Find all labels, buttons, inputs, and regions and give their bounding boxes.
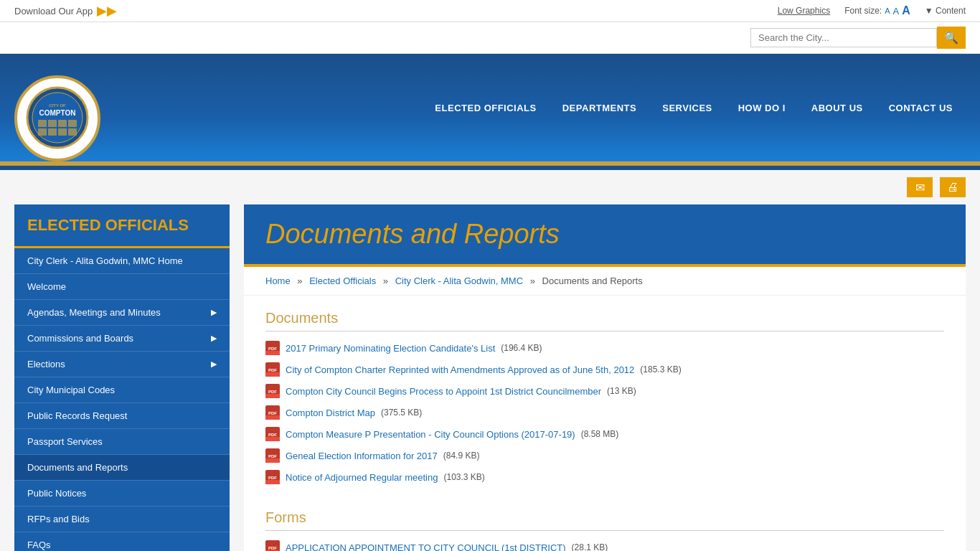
breadcrumb-level1[interactable]: Elected Officials (309, 276, 376, 286)
list-item: PDFCity of Compton Charter Reprinted wit… (265, 359, 944, 380)
document-size: (8.58 MB) (581, 429, 619, 439)
sidebar-item[interactable]: City Municipal Codes (14, 377, 230, 402)
sidebar-item[interactable]: RFPs and Bids (14, 507, 230, 532)
search-icon: 🔍 (944, 32, 958, 44)
pdf-icon: PDF (265, 448, 280, 463)
document-size: (28.1 KB) (572, 542, 608, 551)
arrow-icon: ▶ (211, 334, 217, 343)
section-heading: Forms (265, 509, 944, 531)
sidebar-item-label: FAQs (27, 540, 51, 550)
pdf-icon: PDF (265, 427, 280, 441)
search-button[interactable]: 🔍 (937, 27, 966, 49)
sidebar-item[interactable]: Documents and Reports (14, 455, 230, 480)
document-link[interactable]: Compton District Map (286, 408, 375, 418)
top-controls: Low Graphics Font size: A A A ▼ Content (778, 4, 966, 17)
action-icons-row: ✉ 🖨 (0, 170, 980, 204)
sidebar-item[interactable]: City Clerk - Alita Godwin, MMC Home (14, 248, 230, 273)
list-item: PDFNotice of Adjourned Regular meeting (… (265, 466, 944, 488)
pdf-icon: PDF (265, 341, 280, 355)
sidebar-item[interactable]: Elections▶ (14, 352, 230, 377)
list-item: PDFCompton City Council Begins Process t… (265, 380, 944, 402)
svg-rect-4 (38, 120, 47, 127)
list-item: PDF2017 Primary Nominating Election Cand… (265, 337, 944, 359)
document-link[interactable]: City of Compton Charter Reprinted with A… (286, 364, 634, 375)
document-link[interactable]: Compton City Council Begins Process to A… (286, 386, 601, 397)
print-icon: 🖨 (947, 181, 958, 194)
nav-item-departments[interactable]: DEPARTMENTS (550, 88, 649, 128)
nav-item-about-us[interactable]: ABOUT US (798, 88, 876, 128)
download-app-label: Download Our App (14, 6, 93, 17)
svg-text:PDF: PDF (268, 433, 277, 437)
site-header: CITY OF COMPTON ELECTED OFFICIALSDEPARTM… (0, 54, 980, 161)
page-title: Documents and Reports (265, 219, 944, 250)
logo-area[interactable]: CITY OF COMPTON (14, 54, 100, 161)
svg-text:PDF: PDF (268, 368, 277, 372)
breadcrumb-level2[interactable]: City Clerk - Alita Godwin, MMC (395, 276, 523, 286)
pdf-icon: PDF (265, 384, 280, 398)
nav-area: ELECTED OFFICIALSDEPARTMENTSSERVICESHOW … (129, 88, 966, 128)
arrow-icon: ▶ (211, 359, 217, 369)
sidebar-item-label: Commissions and Boards (27, 333, 133, 344)
document-size: (13 KB) (607, 386, 636, 396)
document-link[interactable]: Geneal Election Information for 2017 (286, 451, 438, 461)
search-input[interactable] (750, 28, 937, 47)
search-row: 🔍 (0, 22, 980, 54)
svg-text:PDF: PDF (268, 476, 277, 480)
app-arrow-icon: ▶▶ (97, 3, 117, 19)
svg-text:CITY OF: CITY OF (49, 103, 66, 108)
document-link[interactable]: APPLICATION APPOINTMENT TO CITY COUNCIL … (286, 542, 566, 552)
low-graphics-link[interactable]: Low Graphics (778, 6, 830, 16)
breadcrumb-home[interactable]: Home (265, 276, 291, 286)
nav-item-services[interactable]: SERVICES (649, 88, 725, 128)
nav-item-how-do-i[interactable]: HOW DO I (725, 88, 798, 128)
sidebar-item-label: RFPs and Bids (27, 514, 90, 524)
svg-text:PDF: PDF (268, 347, 277, 351)
breadcrumb-sep1: » (297, 276, 302, 286)
sidebar-item[interactable]: Welcome (14, 274, 230, 299)
document-size: (103.3 KB) (443, 472, 484, 482)
svg-rect-11 (68, 128, 77, 136)
svg-text:PDF: PDF (268, 390, 277, 394)
sidebar-item[interactable]: Agendas, Meetings and Minutes▶ (14, 300, 230, 325)
document-list: PDF2017 Primary Nominating Election Cand… (265, 337, 944, 488)
section-heading: Documents (265, 310, 944, 331)
list-item: PDFCompton District Map (375.5 KB) (265, 402, 944, 423)
sidebar-item[interactable]: Passport Services (14, 429, 230, 454)
svg-text:COMPTON: COMPTON (39, 109, 76, 117)
sidebar-item[interactable]: FAQs (14, 532, 230, 551)
nav-item-contact-us[interactable]: CONTACT US (876, 88, 966, 128)
email-icon: ✉ (915, 181, 925, 194)
font-med-btn[interactable]: A (893, 6, 900, 17)
content-area: Documents and Reports Home » Elected Off… (244, 204, 966, 551)
sidebar: ELECTED OFFICIALS City Clerk - Alita God… (14, 204, 230, 551)
document-link[interactable]: Compton Measure P Presentation - City Co… (286, 429, 575, 440)
sidebar-item-label: Welcome (27, 281, 66, 292)
content-toggle-btn[interactable]: ▼ Content (925, 6, 966, 16)
print-icon-btn[interactable]: 🖨 (940, 177, 966, 197)
document-link[interactable]: Notice of Adjourned Regular meeting (286, 472, 438, 483)
logo-text: CITY OF COMPTON (25, 85, 90, 151)
logo-circle: CITY OF COMPTON (14, 75, 100, 161)
sidebar-item[interactable]: Commissions and Boards▶ (14, 326, 230, 351)
document-size: (84.9 KB) (443, 451, 480, 461)
page-title-bar: Documents and Reports (244, 204, 966, 267)
font-controls: Font size: A A A (844, 4, 910, 17)
sidebar-menu: City Clerk - Alita Godwin, MMC HomeWelco… (14, 248, 230, 551)
sidebar-item[interactable]: Public Records Request (14, 403, 230, 428)
svg-rect-6 (58, 120, 67, 127)
main-layout: ELECTED OFFICIALS City Clerk - Alita God… (0, 204, 980, 551)
svg-text:PDF: PDF (268, 546, 277, 550)
sidebar-item-label: Documents and Reports (27, 462, 128, 473)
svg-text:PDF: PDF (268, 411, 277, 415)
sidebar-item[interactable]: Public Notices (14, 481, 230, 506)
sidebar-item-label: Elections (27, 359, 65, 369)
font-large-btn[interactable]: A (902, 4, 910, 17)
font-small-btn[interactable]: A (885, 6, 890, 15)
main-nav: ELECTED OFFICIALSDEPARTMENTSSERVICESHOW … (422, 88, 966, 128)
nav-item-elected-officials[interactable]: ELECTED OFFICIALS (422, 88, 549, 128)
email-icon-btn[interactable]: ✉ (907, 177, 933, 197)
breadcrumb: Home » Elected Officials » City Clerk - … (244, 267, 966, 296)
document-size: (196.4 KB) (501, 343, 542, 353)
document-link[interactable]: 2017 Primary Nominating Election Candida… (286, 343, 495, 354)
download-app-area[interactable]: Download Our App ▶▶ (14, 3, 117, 19)
